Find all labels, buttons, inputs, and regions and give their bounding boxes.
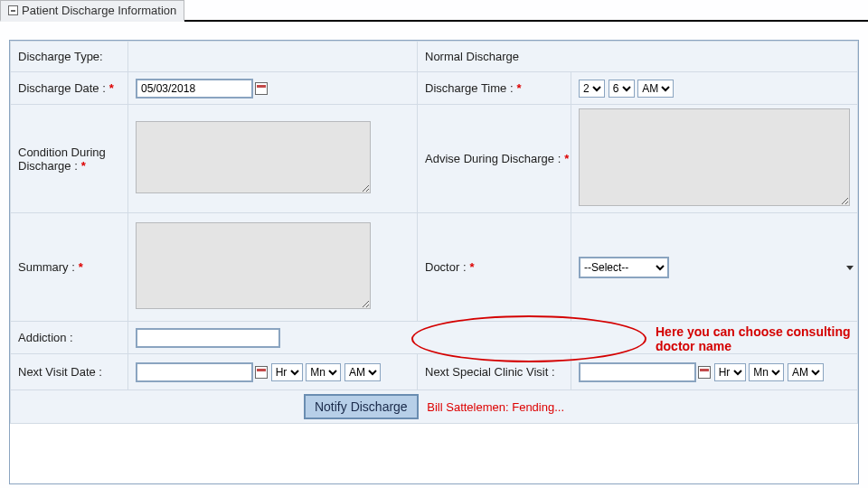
next-visit-mn[interactable]: Mn	[306, 363, 341, 381]
label-next-visit-date: Next Visit Date :	[11, 354, 128, 390]
label-discharge-time: Discharge Time :*	[418, 72, 571, 105]
next-special-ampm[interactable]: AM	[788, 363, 824, 381]
value-discharge-type: Normal Discharge	[418, 42, 858, 72]
label-discharge-type: Discharge Type:	[11, 42, 128, 72]
addiction-input[interactable]	[136, 328, 280, 348]
next-visit-ampm[interactable]: AM	[344, 363, 381, 381]
doctor-select[interactable]: --Select--	[579, 257, 669, 278]
notify-discharge-button[interactable]: Notify Discharge	[304, 394, 419, 419]
label-advise-during-discharge: Advise During Discharge :*	[418, 105, 571, 213]
chevron-down-icon	[846, 266, 854, 270]
next-visit-hr[interactable]: Hr	[271, 363, 303, 381]
discharge-time-hour[interactable]: 2	[579, 80, 605, 98]
label-doctor: Doctor :*	[418, 213, 571, 322]
next-visit-date-input[interactable]	[136, 362, 253, 382]
label-condition-during-discharge: Condition During Discharge :*	[11, 105, 128, 213]
label-discharge-date: Discharge Date :*	[11, 72, 128, 105]
summary-textarea[interactable]	[136, 222, 371, 309]
next-special-hr[interactable]: Hr	[714, 363, 746, 381]
discharge-form-panel: Discharge Type: Normal Discharge Dischar…	[9, 40, 859, 484]
next-special-mn[interactable]: Mn	[749, 363, 784, 381]
tab-patient-discharge-info[interactable]: Patient Discharge Information	[0, 0, 184, 22]
label-next-special-clinic: Next Special Clinic Visit :	[418, 354, 571, 390]
condition-textarea[interactable]	[136, 121, 371, 193]
discharge-time-ampm[interactable]: AM	[637, 80, 674, 98]
calendar-icon[interactable]	[255, 366, 268, 379]
next-special-date-input[interactable]	[579, 362, 696, 382]
discharge-date-input[interactable]	[136, 79, 253, 99]
label-addiction: Addiction :	[11, 322, 128, 354]
discharge-time-min[interactable]: 6	[609, 80, 635, 98]
calendar-icon[interactable]	[255, 82, 268, 95]
label-summary: Summary :*	[11, 213, 128, 322]
advise-textarea[interactable]	[579, 108, 850, 206]
collapse-icon	[8, 5, 18, 15]
calendar-icon[interactable]	[698, 366, 711, 379]
tab-title: Patient Discharge Information	[22, 4, 176, 17]
bill-settlement-status: Bill Sattelemen: Fending...	[427, 400, 564, 414]
